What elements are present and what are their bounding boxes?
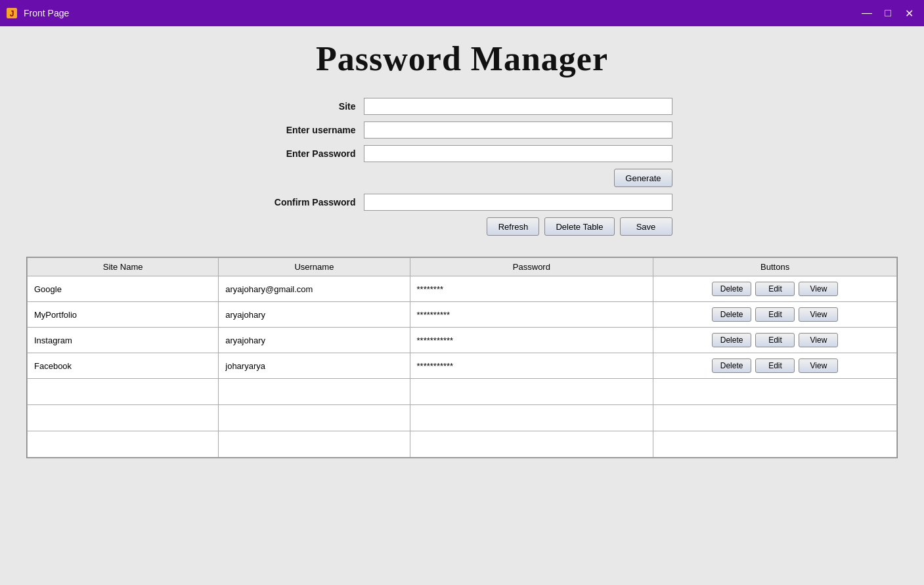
app-icon: J — [5, 7, 18, 20]
table-row: Instagramaryajohary***********DeleteEdit… — [28, 328, 897, 353]
svg-text:J: J — [10, 9, 14, 18]
view-row-button[interactable]: View — [799, 282, 838, 296]
cell-buttons: DeleteEditView — [653, 353, 897, 379]
delete-row-button[interactable]: Delete — [712, 307, 752, 322]
username-label: Enter username — [252, 125, 364, 135]
col-header-username: Username — [219, 258, 410, 276]
cell-buttons: DeleteEditView — [653, 328, 897, 353]
password-input[interactable] — [364, 145, 672, 162]
minimize-button[interactable]: — — [857, 3, 877, 23]
cell-password: ******** — [410, 276, 653, 302]
delete-row-button[interactable]: Delete — [712, 282, 752, 296]
title-bar-left: J Front Page — [5, 7, 69, 20]
cell-username: aryajohary — [219, 328, 410, 353]
save-button[interactable]: Save — [620, 217, 672, 236]
site-label: Site — [252, 101, 364, 112]
empty-row — [28, 405, 897, 431]
delete-row-button[interactable]: Delete — [712, 358, 752, 373]
confirm-password-label: Confirm Password — [252, 197, 364, 207]
site-input[interactable] — [364, 98, 672, 115]
refresh-button[interactable]: Refresh — [487, 217, 539, 236]
empty-row — [28, 431, 897, 458]
cell-site: Instagram — [28, 328, 219, 353]
site-row: Site — [252, 98, 672, 115]
main-content: Password Manager Site Enter username Ent… — [0, 26, 924, 585]
delete-table-button[interactable]: Delete Table — [544, 217, 614, 236]
window: J Front Page — □ ✕ Password Manager Site… — [0, 0, 924, 585]
cell-buttons: DeleteEditView — [653, 276, 897, 302]
edit-row-button[interactable]: Edit — [755, 307, 795, 322]
col-header-buttons: Buttons — [653, 258, 897, 276]
generate-button[interactable]: Generate — [614, 169, 672, 187]
cell-password: *********** — [410, 353, 653, 379]
action-row: Refresh Delete Table Save — [252, 217, 672, 236]
row-button-group: DeleteEditView — [660, 307, 890, 322]
close-button[interactable]: ✕ — [899, 3, 919, 23]
cell-buttons: DeleteEditView — [653, 302, 897, 328]
title-bar-controls: — □ ✕ — [857, 3, 919, 23]
generate-row: Generate — [252, 169, 672, 187]
cell-site: Facebook — [28, 353, 219, 379]
view-row-button[interactable]: View — [799, 333, 838, 347]
page-title: Password Manager — [26, 39, 898, 78]
row-button-group: DeleteEditView — [660, 282, 890, 296]
view-row-button[interactable]: View — [799, 358, 838, 373]
row-button-group: DeleteEditView — [660, 333, 890, 347]
username-row: Enter username — [252, 121, 672, 139]
password-table-container: Site Name Username Password Buttons — [26, 257, 898, 458]
table-header-row: Site Name Username Password Buttons — [28, 258, 897, 276]
cell-password: *********** — [410, 328, 653, 353]
edit-row-button[interactable]: Edit — [755, 282, 795, 296]
table-row: Facebookjoharyarya***********DeleteEditV… — [28, 353, 897, 379]
password-label: Enter Password — [252, 148, 364, 159]
table-row: Googlearyajohary@gmail.com********Delete… — [28, 276, 897, 302]
form-area: Site Enter username Enter Password Gener… — [26, 98, 898, 246]
password-table: Site Name Username Password Buttons — [27, 257, 897, 458]
cell-site: Google — [28, 276, 219, 302]
password-row: Enter Password — [252, 145, 672, 162]
row-button-group: DeleteEditView — [660, 358, 890, 373]
edit-row-button[interactable]: Edit — [755, 333, 795, 347]
confirm-password-input[interactable] — [364, 194, 672, 211]
confirm-password-row: Confirm Password — [252, 194, 672, 211]
cell-username: joharyarya — [219, 353, 410, 379]
window-title: Front Page — [24, 8, 69, 18]
delete-row-button[interactable]: Delete — [712, 333, 752, 347]
table-row: MyPortfolioaryajohary**********DeleteEdi… — [28, 302, 897, 328]
username-input[interactable] — [364, 121, 672, 139]
maximize-button[interactable]: □ — [878, 3, 898, 23]
cell-username: aryajohary — [219, 302, 410, 328]
col-header-site: Site Name — [28, 258, 219, 276]
title-bar: J Front Page — □ ✕ — [0, 0, 924, 26]
empty-row — [28, 379, 897, 405]
cell-site: MyPortfolio — [28, 302, 219, 328]
cell-username: aryajohary@gmail.com — [219, 276, 410, 302]
edit-row-button[interactable]: Edit — [755, 358, 795, 373]
cell-password: ********** — [410, 302, 653, 328]
col-header-password: Password — [410, 258, 653, 276]
view-row-button[interactable]: View — [799, 307, 838, 322]
